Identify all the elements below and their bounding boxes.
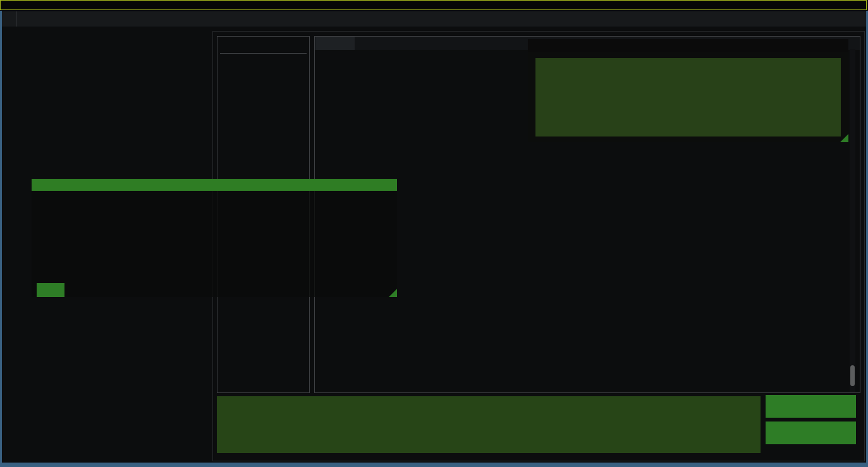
- histogram-window-titlebar[interactable]: [528, 39, 848, 52]
- message-input[interactable]: [217, 396, 761, 453]
- window-border-left: [0, 11, 2, 463]
- resize-grip[interactable]: [389, 289, 397, 297]
- fps-counter: [2, 11, 16, 27]
- tab-debug[interactable]: [315, 37, 355, 50]
- join-button[interactable]: [37, 283, 64, 297]
- send-file-button[interactable]: [766, 395, 856, 418]
- histogram-window: [528, 39, 848, 142]
- app-window: [0, 0, 868, 467]
- chat-scrollbar-track[interactable]: [850, 49, 855, 392]
- histogram-chart: [535, 58, 841, 136]
- histogram-plot: [535, 58, 841, 136]
- separator: [220, 53, 307, 54]
- window-border-bottom: [0, 463, 868, 467]
- join-window-titlebar[interactable]: [32, 179, 397, 191]
- join-group-window: [32, 179, 397, 297]
- join-window-body: [32, 191, 397, 297]
- resize-grip[interactable]: [840, 134, 848, 142]
- histogram-window-body: [528, 52, 848, 142]
- paste-file-button[interactable]: [766, 422, 856, 444]
- window-title-bar[interactable]: [0, 0, 867, 10]
- chat-scrollbar-thumb[interactable]: [850, 365, 855, 386]
- menu-bar: [2, 11, 866, 27]
